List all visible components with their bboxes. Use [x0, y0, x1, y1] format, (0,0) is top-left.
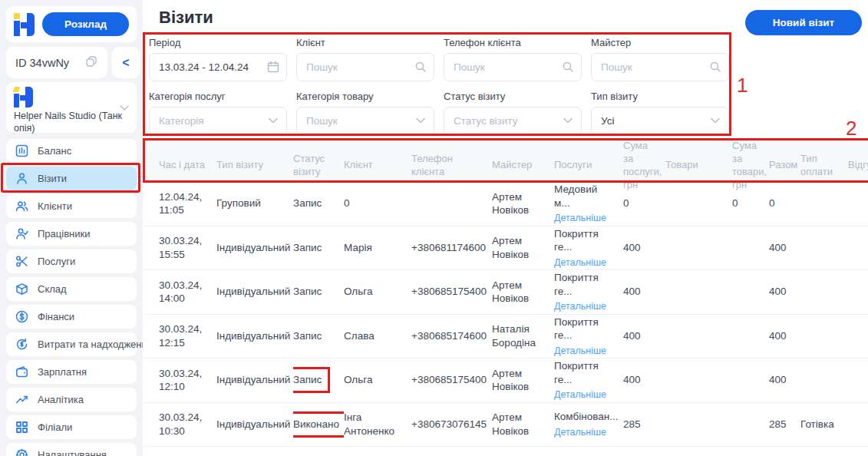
table-row[interactable]: 30.03.24, 14:00 Індивідуальний Запис Оль… [143, 270, 868, 315]
cell-master: Наталія Бородіна [492, 322, 554, 349]
cell-datetime: 30.03.24, 12:10 [159, 367, 216, 394]
app-logo-icon [14, 13, 35, 36]
cell-datetime: 30.03.24, 10:30 [159, 411, 216, 438]
sidebar: Розклад ID 34vwNy < Helper Nails Studio … [0, 0, 143, 456]
client-search-input[interactable] [296, 53, 434, 81]
visit-type-select[interactable] [591, 107, 729, 135]
sidebar-item-balance[interactable]: Баланс [6, 139, 137, 163]
sidebar-item-stock[interactable]: Склад [6, 277, 137, 301]
sidebar-item-salary[interactable]: Зарплатня [6, 360, 137, 384]
cell-services: Покриття ге... Детальніше [554, 227, 623, 269]
column-header: Телефон клієнта [411, 153, 492, 179]
details-link[interactable]: Детальніше [554, 345, 616, 357]
service-category-select[interactable] [149, 107, 287, 135]
goods-category-select[interactable] [296, 107, 434, 135]
column-header: Тип візиту [216, 159, 293, 172]
table-row[interactable]: 30.03.24, 12:10 Індивідуальний Запис Оль… [143, 359, 868, 403]
sidebar-item-analytics[interactable]: Аналітика [6, 388, 137, 411]
cell-master: Артем Новіков [492, 411, 554, 438]
chevron-down-icon [119, 101, 130, 114]
cell-client: Ольга [344, 285, 411, 299]
studio-selector[interactable]: Helper Nails Studio (Танкопія) [6, 82, 137, 133]
new-visit-button[interactable]: Новий візит [745, 10, 862, 35]
filter-master: Майстер [591, 37, 729, 81]
filters-panel: Період Клієнт Телефон клієнта [149, 37, 729, 135]
calendar-icon[interactable] [267, 61, 279, 73]
cell-status: Запис [293, 241, 344, 255]
status-annotation-box: Виконано [293, 411, 344, 438]
table-body: 12.04.24, 11:05 Груповий Запис 0 Артем Н… [143, 182, 868, 447]
account-id-card: ID 34vwNy [6, 47, 107, 78]
sidebar-item-clients[interactable]: Клієнти [6, 194, 137, 218]
sidebar-item-visits[interactable]: Візити [6, 167, 137, 190]
filter-label: Категорія товару [296, 91, 434, 102]
coin-icon [15, 310, 28, 324]
cell-total: 400 [769, 241, 800, 255]
cell-visit-type: Індивідуальний [216, 241, 293, 255]
sidebar-item-services[interactable]: Послуги [6, 249, 137, 273]
cell-services-sum: 285 [623, 418, 665, 431]
balance-chart-icon [15, 144, 28, 158]
sidebar-item-label: Візити [38, 173, 67, 184]
cell-total: 0 [769, 197, 800, 210]
sidebar-item-label: Баланс [38, 145, 71, 157]
cell-goods-sum: 0 [732, 197, 769, 210]
visit-status-select[interactable] [444, 107, 582, 135]
wallet-icon [15, 365, 28, 379]
table-row[interactable]: 30.03.24, 15:55 Індивідуальний Запис Мар… [143, 226, 868, 271]
filter-label: Тип візиту [591, 91, 729, 102]
cell-master: Артем Новіков [492, 279, 554, 306]
cell-total: 400 [769, 329, 800, 343]
details-link[interactable]: Детальніше [554, 426, 616, 438]
filter-label: Телефон клієнта [444, 37, 582, 48]
sidebar-item-label: Витрати та надходження [38, 339, 153, 350]
cell-visit-type: Груповий [216, 197, 293, 210]
cell-client: 0 [344, 197, 411, 210]
sidebar-item-expenses-income[interactable]: Витрати та надходження [6, 332, 137, 356]
sidebar-item-label: Працівники [38, 228, 90, 240]
client-phone-search-input[interactable] [444, 53, 582, 81]
table-row[interactable]: 30.03.24, 12:15 Індивідуальний Запис Сла… [143, 315, 868, 359]
cell-master: Артем Новіков [492, 190, 554, 217]
column-header: Послуги [554, 159, 623, 172]
cell-total: 400 [769, 373, 800, 387]
period-input[interactable] [149, 53, 287, 81]
cell-datetime: 30.03.24, 12:15 [159, 322, 216, 349]
copy-icon[interactable] [84, 55, 98, 71]
chevron-down-icon [267, 114, 279, 127]
column-header: Відгук [848, 159, 868, 172]
service-name: Покриття ге... [554, 227, 616, 254]
details-link[interactable]: Детальніше [554, 300, 616, 312]
cell-status: Запис [293, 197, 344, 210]
cell-services: Покриття ге... Детальніше [554, 316, 623, 357]
sidebar-item-label: Склад [38, 283, 67, 295]
service-name: Комбінован... [554, 410, 616, 424]
sidebar-item-branches[interactable]: Філіали [6, 415, 137, 439]
chevron-down-icon [562, 114, 574, 127]
logo-card: Розклад [6, 6, 137, 42]
people-icon [15, 200, 28, 213]
sidebar-collapse-button[interactable]: < [112, 47, 140, 78]
cell-status: Запис [293, 285, 344, 299]
sidebar-item-label: Зарплатня [38, 366, 87, 378]
sidebar-item-label: Аналітика [38, 394, 84, 405]
cell-visit-type: Індивідуальний [216, 373, 293, 387]
sidebar-item-settings[interactable]: Налаштування [6, 443, 137, 456]
column-header: Товари [665, 159, 732, 172]
schedule-button[interactable]: Розклад [42, 12, 129, 36]
details-link[interactable]: Детальніше [554, 256, 616, 269]
person-icon [15, 172, 28, 186]
details-link[interactable]: Детальніше [554, 388, 616, 401]
cell-status: Запис [293, 367, 344, 393]
sidebar-item-finance[interactable]: Фінанси [6, 305, 137, 329]
sidebar-item-employees[interactable]: Працівники [6, 222, 137, 246]
filter-visit-type: Тип візиту [591, 91, 729, 135]
details-link[interactable]: Детальніше [554, 212, 616, 224]
cell-status: Запис [293, 329, 344, 343]
service-name: Покриття ге... [554, 316, 616, 342]
filter-label: Клієнт [296, 37, 434, 48]
master-search-input[interactable] [591, 53, 729, 81]
table-row[interactable]: 12.04.24, 11:05 Груповий Запис 0 Артем Н… [143, 182, 868, 226]
trend-icon [15, 393, 28, 407]
table-row[interactable]: 30.03.24, 10:30 Індивідуальний Виконано … [143, 403, 868, 448]
